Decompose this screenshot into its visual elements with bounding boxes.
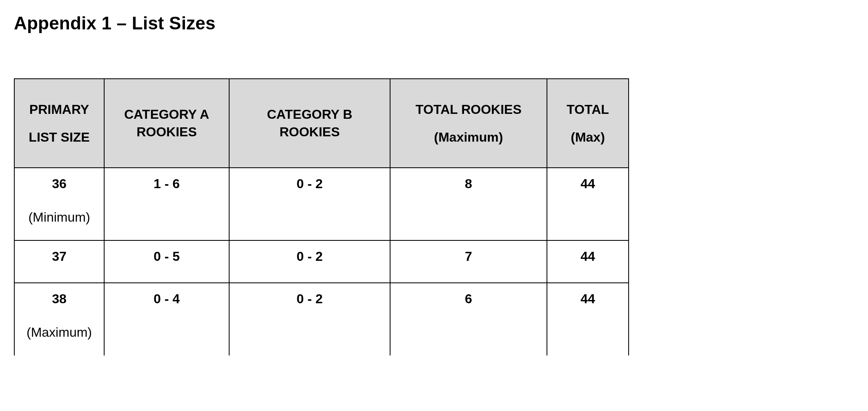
cell-value: 0 - 5 — [105, 241, 229, 265]
header-primary-list-size: PRIMARY LIST SIZE — [14, 79, 104, 168]
header-label: PRIMARY — [29, 101, 89, 118]
cell-category-a-rookies: 0 - 5 — [104, 240, 229, 283]
header-label: ROOKIES — [136, 123, 197, 141]
header-total: TOTAL (Max) — [547, 79, 629, 168]
cell-value: 6 — [390, 283, 547, 308]
cell-value: 0 - 2 — [230, 168, 390, 193]
cell-primary-list-size: 36 (Minimum) — [14, 168, 104, 240]
header-label: (Maximum) — [434, 129, 503, 145]
cell-value: 7 — [390, 241, 547, 265]
table-row: 38 (Maximum) 0 - 4 0 - 2 6 44 — [14, 283, 629, 355]
document-page: Appendix 1 – List Sizes PRIMARY LIST SIZ… — [0, 0, 868, 369]
cell-value: 44 — [547, 241, 628, 265]
cell-category-a-rookies: 1 - 6 — [104, 168, 229, 240]
cell-value: 8 — [390, 168, 547, 193]
list-sizes-table: PRIMARY LIST SIZE CATEGORY A ROOKIES — [14, 78, 629, 355]
cell-note: (Minimum) — [15, 210, 104, 225]
cell-total: 44 — [547, 168, 629, 240]
header-label: ROOKIES — [279, 123, 340, 141]
cell-category-b-rookies: 0 - 2 — [229, 283, 390, 355]
cell-value: 1 - 6 — [105, 168, 229, 193]
cell-value: 44 — [547, 283, 628, 308]
cell-category-b-rookies: 0 - 2 — [229, 168, 390, 240]
header-label: LIST SIZE — [29, 129, 89, 145]
header-category-b-rookies: CATEGORY B ROOKIES — [229, 79, 390, 168]
cell-primary-list-size: 38 (Maximum) — [14, 283, 104, 355]
cell-total-rookies: 6 — [390, 283, 547, 355]
cell-category-a-rookies: 0 - 4 — [104, 283, 229, 355]
header-label: (Max) — [571, 129, 605, 145]
cell-value: 0 - 4 — [105, 283, 229, 308]
cell-total: 44 — [547, 240, 629, 283]
cell-value: 36 — [15, 168, 104, 193]
cell-total-rookies: 8 — [390, 168, 547, 240]
cell-note: (Maximum) — [15, 325, 104, 340]
table-header-row: PRIMARY LIST SIZE CATEGORY A ROOKIES — [14, 79, 629, 168]
header-label: TOTAL — [567, 101, 609, 118]
header-label: CATEGORY A — [124, 106, 209, 123]
header-category-a-rookies: CATEGORY A ROOKIES — [104, 79, 229, 168]
header-label: CATEGORY B — [267, 106, 352, 123]
cell-category-b-rookies: 0 - 2 — [229, 240, 390, 283]
cell-value: 0 - 2 — [230, 241, 390, 265]
cell-value: 37 — [15, 241, 104, 265]
header-label: TOTAL ROOKIES — [415, 101, 522, 118]
page-title: Appendix 1 – List Sizes — [14, 13, 854, 33]
cell-value: 0 - 2 — [230, 283, 390, 308]
cell-value: 38 — [15, 283, 104, 308]
header-total-rookies: TOTAL ROOKIES (Maximum) — [390, 79, 547, 168]
cell-total: 44 — [547, 283, 629, 355]
cell-total-rookies: 7 — [390, 240, 547, 283]
table-row: 36 (Minimum) 1 - 6 0 - 2 8 44 — [14, 168, 629, 240]
cell-value: 44 — [547, 168, 628, 193]
cell-primary-list-size: 37 — [14, 240, 104, 283]
table-row: 37 0 - 5 0 - 2 7 44 — [14, 240, 629, 283]
